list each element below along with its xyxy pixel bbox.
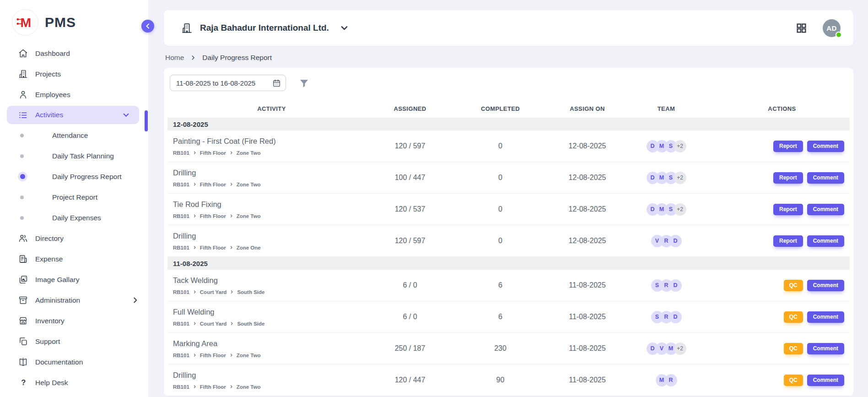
comment-button[interactable]: Comment xyxy=(807,235,844,247)
activity-location-path: RB101 Fifth Floor Zone Two xyxy=(173,182,376,187)
sidebar-item-project-report[interactable]: Project Report xyxy=(0,187,148,207)
qc-button[interactable]: QC xyxy=(784,343,803,354)
path-segment: RB101 xyxy=(173,353,189,358)
assigned-value: 100 / 447 xyxy=(376,174,444,182)
sidebar-item-attendance[interactable]: Attendance xyxy=(0,125,148,146)
report-button[interactable]: Report xyxy=(773,204,803,215)
sidebar-item-label: Daily Task Planning xyxy=(52,152,114,160)
sidebar-item-daily-task-planning[interactable]: Daily Task Planning xyxy=(0,146,148,166)
path-segment: RB101 xyxy=(173,384,189,390)
sidebar-item-label: Project Report xyxy=(52,193,97,201)
chevron-down-icon xyxy=(341,25,348,32)
path-segment: Zone Two xyxy=(237,150,261,156)
team-avatar: D xyxy=(669,235,682,247)
svg-text:?: ? xyxy=(21,378,26,387)
company-selector[interactable]: Raja Bahadur International Ltd. xyxy=(181,22,348,34)
sidebar-item-expense[interactable]: Expense xyxy=(0,249,148,269)
team-avatar: R xyxy=(665,374,677,386)
sidebar-item-image-gallery[interactable]: Image Gallary xyxy=(0,269,148,290)
sidebar-item-inventory[interactable]: Inventory xyxy=(0,310,148,331)
bullet-dot-icon xyxy=(20,134,24,137)
team-avatars: D M S +2 xyxy=(618,203,714,216)
completed-value: 0 xyxy=(444,237,556,245)
sidebar-item-administration[interactable]: Administration xyxy=(0,290,148,310)
team-avatars: M R xyxy=(618,374,714,386)
comment-button[interactable]: Comment xyxy=(807,172,844,184)
apps-grid-icon[interactable] xyxy=(796,22,807,34)
report-button[interactable]: Report xyxy=(773,172,803,184)
sidebar-item-dashboard[interactable]: Dashboard xyxy=(0,43,148,64)
sidebar-collapse-button[interactable] xyxy=(141,20,154,33)
chevron-right-icon xyxy=(193,322,196,325)
breadcrumb-home-link[interactable]: Home xyxy=(165,54,184,62)
activity-location-path: RB101 Fifth Floor Zone Two xyxy=(173,384,376,390)
sidebar-item-daily-expenses[interactable]: Daily Expenses xyxy=(0,207,148,228)
breadcrumb: Home Daily Progress Report xyxy=(165,54,853,62)
chevron-right-icon xyxy=(193,214,196,218)
report-button[interactable]: Report xyxy=(773,235,803,247)
sidebar-item-projects[interactable]: Projects xyxy=(0,64,148,84)
qc-button[interactable]: QC xyxy=(784,280,803,291)
list-icon xyxy=(18,110,28,120)
sidebar-item-label: Daily Expenses xyxy=(52,214,101,222)
comment-button[interactable]: Comment xyxy=(807,311,844,323)
person-icon xyxy=(18,90,28,99)
sidebar-item-label: Directory xyxy=(35,234,64,243)
comment-button[interactable]: Comment xyxy=(807,204,844,215)
comment-button[interactable]: Comment xyxy=(807,343,844,354)
chevron-right-icon xyxy=(191,55,195,60)
sidebar-item-label: Image Gallary xyxy=(35,276,79,284)
filter-funnel-icon[interactable] xyxy=(299,78,309,88)
path-segment: South Side xyxy=(237,289,264,295)
assigned-value: 250 / 187 xyxy=(376,344,444,353)
path-segment: Court Yard xyxy=(200,321,227,326)
team-avatars: V R D xyxy=(618,235,714,247)
path-segment: Zone One xyxy=(237,245,261,250)
column-header-completed: COMPLETED xyxy=(444,105,556,112)
activity-title: Drilling xyxy=(173,169,376,177)
comment-button[interactable]: Comment xyxy=(807,280,844,291)
sidebar-item-label: Activities xyxy=(35,111,63,119)
team-avatars: D V M +2 xyxy=(618,343,714,355)
sidebar-item-activities[interactable]: Activities xyxy=(7,106,139,124)
comment-button[interactable]: Comment xyxy=(807,375,844,386)
table-row: Drilling RB101 Fifth Floor Zone Two 100 … xyxy=(167,162,850,194)
sidebar-item-support[interactable]: Support xyxy=(0,331,148,352)
sidebar-item-documentation[interactable]: Documentation xyxy=(0,352,148,372)
chevron-right-icon xyxy=(193,246,196,249)
chevron-right-icon xyxy=(230,151,233,154)
filter-row: 11-08-2025 to 16-08-2025 xyxy=(170,75,850,91)
sidebar-item-help-desk[interactable]: ? Help Desk xyxy=(0,372,148,393)
user-avatar[interactable]: AD xyxy=(823,19,841,37)
completed-value: 0 xyxy=(444,174,556,182)
completed-value: 0 xyxy=(444,142,556,150)
path-segment: Fifth Floor xyxy=(200,150,226,156)
qc-button[interactable]: QC xyxy=(784,311,803,323)
app-logo[interactable]: M PMS xyxy=(0,0,148,36)
report-card: 11-08-2025 to 16-08-2025 ACTIVITY ASSIGN… xyxy=(164,68,853,396)
activity-location-path: RB101 Fifth Floor Zone Two xyxy=(173,213,376,219)
svg-text:M: M xyxy=(21,15,32,30)
path-segment: South Side xyxy=(237,321,264,326)
sidebar-item-label: Attendance xyxy=(52,131,88,140)
assign-on-date: 12-08-2025 xyxy=(556,174,618,182)
table-header-row: ACTIVITY ASSIGNED COMPLETED ASSIGN ON TE… xyxy=(167,99,850,118)
sidebar-item-employees[interactable]: Employees xyxy=(0,84,148,105)
path-segment: RB101 xyxy=(173,213,189,219)
activity-title: Drilling xyxy=(173,371,376,380)
path-segment: Fifth Floor xyxy=(200,353,226,358)
path-segment: RB101 xyxy=(173,321,189,326)
path-segment: Fifth Floor xyxy=(200,182,226,187)
sidebar-item-daily-progress-report[interactable]: Daily Progress Report xyxy=(0,166,148,187)
comment-button[interactable]: Comment xyxy=(807,141,844,152)
date-range-input[interactable]: 11-08-2025 to 16-08-2025 xyxy=(170,75,286,91)
chevron-left-icon xyxy=(145,23,151,29)
activity-location-path: RB101 Fifth Floor Zone Two xyxy=(173,150,376,156)
activity-title: Tie Rod Fixing xyxy=(173,200,376,209)
qc-button[interactable]: QC xyxy=(784,375,803,386)
chevron-right-icon xyxy=(193,385,196,388)
activity-title: Painting - First Coat (Fire Red) xyxy=(173,137,376,146)
assign-on-date: 11-08-2025 xyxy=(556,313,618,321)
report-button[interactable]: Report xyxy=(773,141,803,152)
sidebar-item-directory[interactable]: Directory xyxy=(0,228,148,249)
